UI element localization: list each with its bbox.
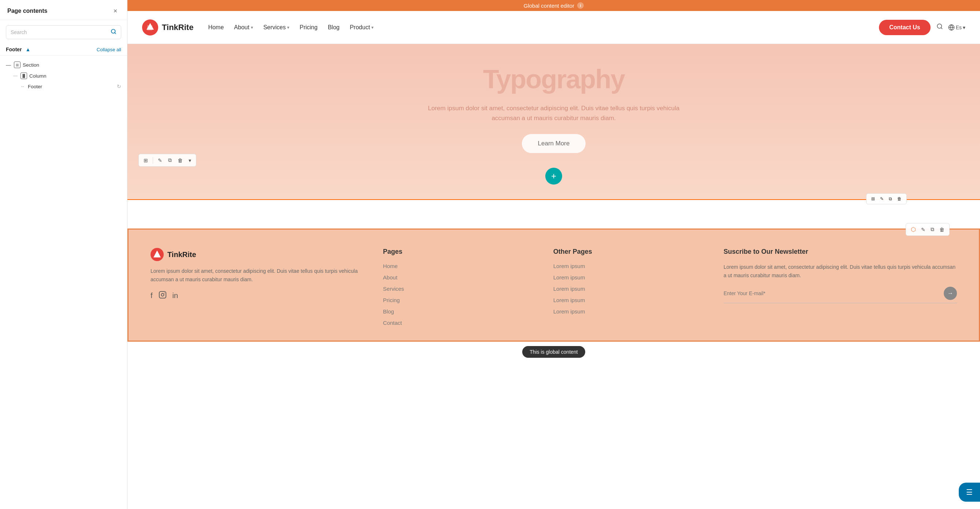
info-icon[interactable]: i [577, 2, 584, 9]
product-caret: ▾ [371, 25, 374, 30]
logo-icon [142, 19, 158, 35]
global-editor-label: Global content editor [524, 3, 574, 9]
global-editor-bar: Global content editor i [127, 0, 980, 11]
section-toolbar-copy-btn[interactable]: ⧉ [166, 156, 173, 164]
blank-toolbar-copy-btn[interactable]: ⧉ [887, 195, 894, 202]
tree-dash-column: — [13, 73, 18, 78]
footer-pages-col: Pages Home About Services Pricing Blog C… [383, 248, 539, 326]
newsletter-input-row: → [724, 287, 957, 303]
nav-about[interactable]: About ▾ [234, 24, 253, 31]
tree-item-footer-inner[interactable]: ↔ Footer ↻ [0, 81, 127, 92]
footer-logo-area: TinkRite [151, 248, 368, 261]
footer-other-link-3[interactable]: Lorem ipsum [554, 297, 709, 303]
tree-item-section[interactable]: — ⊞ Section [0, 59, 127, 70]
lang-caret: ▾ [963, 24, 965, 30]
footer-other-link-2[interactable]: Lorem ipsum [554, 286, 709, 292]
section-toolbar-edit-btn[interactable]: ✎ [156, 156, 164, 164]
global-content-bar: This is global content [127, 342, 980, 361]
tree-dash-footer: ↔ [21, 84, 25, 89]
nav-blog[interactable]: Blog [328, 24, 339, 31]
column-icon: ▐▌ [21, 73, 27, 79]
section-label-tree: Section [23, 62, 39, 68]
footer-pages-title: Pages [383, 248, 539, 256]
minus-icon: — [6, 62, 11, 68]
footer-toolbar-orange-btn[interactable]: ⬡ [909, 225, 918, 234]
blank-toolbar-grid-btn[interactable]: ⊞ [869, 195, 877, 202]
blank-section: ⊞ ✎ ⧉ 🗑 [127, 199, 980, 229]
services-caret: ▾ [287, 25, 289, 30]
search-bar-container [6, 25, 121, 39]
nav-links: Home About ▾ Services ▾ Pricing Blog [208, 24, 872, 31]
footer-link-services[interactable]: Services [383, 286, 539, 292]
add-section-button[interactable]: + [545, 168, 562, 185]
learn-more-button[interactable]: Learn More [522, 134, 586, 153]
footer-link-pricing[interactable]: Pricing [383, 297, 539, 303]
bottom-right-action-button[interactable]: ☰ [959, 483, 980, 502]
column-label-tree: Column [29, 73, 46, 79]
newsletter-submit-button[interactable]: → [944, 287, 957, 300]
footer-other-link-4[interactable]: Lorem ipsum [554, 309, 709, 315]
footer-newsletter-col: Suscribe to Our Newsletter Lorem ipsum d… [724, 248, 957, 326]
language-button[interactable]: Es ▾ [948, 24, 965, 31]
nav-product[interactable]: Product ▾ [350, 24, 374, 31]
footer-label: Footer ▲ [6, 46, 30, 52]
footer-brand-col: TinkRite Lorem ipsum dolor sit amet, con… [151, 248, 368, 326]
footer-toolbar-edit-btn[interactable]: ✎ [919, 226, 927, 234]
footer-other-link-1[interactable]: Lorem ipsum [554, 274, 709, 280]
nav-right-icons: Es ▾ [936, 23, 965, 32]
footer-other-col: Other Pages Lorem ipsum Lorem ipsum Lore… [554, 248, 709, 326]
footer-section-row: Footer ▲ Collapse all [0, 43, 127, 56]
newsletter-email-input[interactable] [724, 290, 940, 296]
search-icon-button[interactable] [111, 29, 116, 36]
close-panel-button[interactable]: × [111, 6, 120, 15]
section-toolbar-more-btn[interactable]: ▾ [187, 156, 193, 164]
social-linkedin[interactable]: in [172, 291, 178, 300]
footer-toolbar-delete-btn[interactable]: 🗑 [937, 226, 946, 234]
section-toolbar-grid-btn[interactable]: ⊞ [142, 156, 150, 164]
social-facebook[interactable]: f [151, 291, 153, 300]
footer-section: ⬡ ✎ ⧉ 🗑 TinkRite Lorem ipsum dolor sit a… [127, 229, 980, 342]
svg-line-6 [941, 27, 942, 29]
tree-item-column[interactable]: — ▐▌ Column [0, 70, 127, 81]
blank-section-toolbar: ⊞ ✎ ⧉ 🗑 [866, 193, 907, 204]
collapse-all-button[interactable]: Collapse all [97, 47, 121, 52]
toolbar-divider-1 [153, 157, 153, 164]
section-toolbar: ⊞ ✎ ⧉ 🗑 ▾ [138, 154, 196, 167]
footer-link-contact[interactable]: Contact [383, 320, 539, 326]
logo-text: TinkRite [162, 23, 193, 32]
svg-line-1 [115, 33, 116, 34]
global-content-badge: This is global content [522, 346, 585, 358]
nav-pricing[interactable]: Pricing [299, 24, 318, 31]
search-input[interactable] [11, 29, 108, 35]
footer-link-blog[interactable]: Blog [383, 309, 539, 315]
page-wrapper: Global content editor i TinkRite Home [127, 0, 980, 509]
footer-other-link-0[interactable]: Lorem ipsum [554, 263, 709, 269]
section-toolbar-delete-btn[interactable]: 🗑 [176, 156, 185, 164]
browser-area: Global content editor i TinkRite Home [127, 0, 980, 509]
social-instagram[interactable] [159, 291, 167, 301]
svg-rect-11 [159, 291, 165, 298]
section-grid-icon: ⊞ [14, 62, 21, 68]
footer-desc: Lorem ipsum dolor sit amet, consectetur … [151, 267, 368, 283]
blank-toolbar-delete-btn[interactable]: 🗑 [896, 195, 904, 202]
top-nav: TinkRite Home About ▾ Services ▾ [127, 11, 980, 44]
nav-search-button[interactable] [936, 23, 943, 32]
main-content: Global content editor i TinkRite Home [127, 0, 980, 509]
chevron-up-icon: ▲ [25, 46, 31, 52]
svg-marker-4 [147, 25, 152, 30]
language-label: Es [956, 24, 962, 30]
blank-toolbar-edit-btn[interactable]: ✎ [878, 195, 886, 202]
footer-link-about[interactable]: About [383, 274, 539, 280]
nav-home[interactable]: Home [208, 24, 224, 31]
about-caret: ▾ [251, 25, 253, 30]
panel-header: Page contents × [0, 0, 127, 20]
footer-newsletter-desc: Lorem ipsum dolor sit amet, consectetur … [724, 263, 957, 279]
logo-area: TinkRite [142, 19, 193, 35]
footer-link-home[interactable]: Home [383, 263, 539, 269]
hero-title: Typography [483, 66, 625, 92]
nav-services[interactable]: Services ▾ [263, 24, 289, 31]
tree-container: — ⊞ Section — ▐▌ Column ↔ Footer ↻ [0, 56, 127, 509]
contact-us-button[interactable]: Contact Us [879, 20, 930, 35]
footer-toolbar-copy-btn[interactable]: ⧉ [929, 225, 936, 234]
hero-desc: Lorem ipsum dolor sit amet, consectetur … [426, 103, 682, 123]
